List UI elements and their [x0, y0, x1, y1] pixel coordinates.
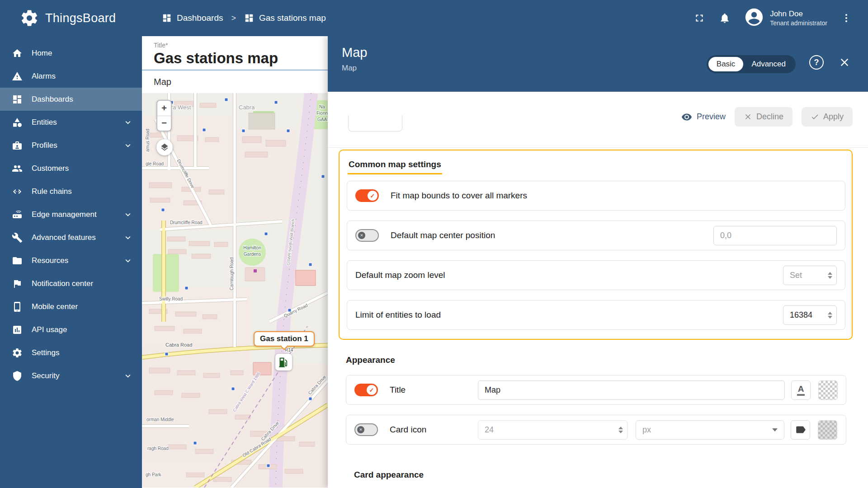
fullscreen-icon: [693, 12, 705, 24]
card-icon-picker-button[interactable]: [791, 420, 810, 440]
settings-panel-header: Map Map Basic Advanced ?: [328, 36, 868, 92]
gas-pump-icon: [278, 356, 290, 368]
sidebar-item-mobile-center[interactable]: Mobile center: [0, 295, 142, 318]
api-usage-icon: [12, 324, 23, 335]
icon-size-input[interactable]: [479, 425, 617, 435]
appearance-section: Appearance Title A Card icon: [346, 355, 846, 480]
tab-basic[interactable]: Basic: [708, 57, 744, 71]
card-icon-color-button[interactable]: [818, 420, 837, 440]
stepper-arrows[interactable]: [828, 272, 832, 279]
eye-icon: [681, 112, 692, 122]
fullscreen-button[interactable]: [693, 12, 706, 24]
format-color-bar: [797, 394, 805, 396]
icon-size-field: [478, 420, 627, 440]
mobile-icon: [12, 301, 23, 312]
app-logo[interactable]: ThingsBoard: [0, 9, 142, 28]
app-name: ThingsBoard: [45, 11, 116, 25]
apply-label: Apply: [823, 112, 844, 122]
sidebar-item-security[interactable]: Security: [0, 364, 142, 387]
widget-title-input[interactable]: [478, 380, 785, 400]
decline-label: Decline: [756, 112, 783, 122]
map-road-ref: R14: [285, 347, 293, 352]
sidebar-item-alarms[interactable]: Alarms: [0, 65, 142, 88]
sidebar-item-settings[interactable]: Settings: [0, 341, 142, 364]
sidebar-item-entities[interactable]: Entities: [0, 111, 142, 134]
sidebar-item-label: Profiles: [32, 141, 57, 150]
settings-toolbar: Preview Decline Apply: [328, 92, 868, 148]
title-color-button[interactable]: [818, 380, 838, 400]
resources-icon: [12, 255, 23, 266]
zoom-level-input[interactable]: [784, 271, 826, 280]
map-layers-button[interactable]: [156, 139, 173, 155]
clipped-control: [348, 115, 402, 131]
apply-button[interactable]: Apply: [802, 107, 853, 127]
chevron-down-icon: [123, 117, 133, 127]
close-panel-button[interactable]: [838, 56, 851, 69]
title-toggle[interactable]: [354, 384, 378, 396]
zoom-in-button[interactable]: +: [157, 101, 171, 116]
decline-button[interactable]: Decline: [735, 107, 793, 127]
help-button[interactable]: ?: [809, 55, 824, 70]
sidebar-item-label: Advanced features: [32, 233, 96, 242]
bell-icon: [719, 12, 731, 24]
sidebar-item-api-usage[interactable]: API usage: [0, 318, 142, 341]
sidebar-item-label: Entities: [32, 118, 57, 127]
preview-button[interactable]: Preview: [681, 112, 726, 122]
card-icon-toggle[interactable]: [354, 423, 378, 436]
widget-title: Map: [142, 70, 328, 93]
fit-bounds-toggle[interactable]: [355, 189, 379, 202]
sidebar-item-resources[interactable]: Resources: [0, 249, 142, 272]
customers-icon: [12, 163, 23, 174]
breadcrumb-current-page[interactable]: Gas stations map: [244, 13, 326, 23]
tab-advanced[interactable]: Advanced: [743, 57, 794, 71]
map-poi-label: GAA: [317, 117, 327, 122]
user-menu[interactable]: John Doe Tenant administrator: [744, 7, 827, 29]
user-role: Tenant administrator: [770, 19, 827, 27]
gas-station-marker[interactable]: [275, 354, 292, 371]
entities-icon: [12, 117, 23, 128]
breadcrumb-dashboards[interactable]: Dashboards: [162, 13, 223, 23]
map-park-label: Hamilton: [243, 245, 261, 250]
sidebar-item-rule-chains[interactable]: Rule chains: [0, 180, 142, 203]
sidebar-item-dashboards[interactable]: Dashboards: [0, 88, 142, 111]
sidebar-item-label: Mobile center: [32, 302, 78, 311]
sidebar-item-edge-management[interactable]: Edge management: [0, 203, 142, 226]
dashboard-title-input[interactable]: Gas stations map: [154, 50, 328, 70]
icon-size-unit-select[interactable]: px: [636, 420, 784, 440]
home-icon: [12, 48, 23, 59]
entity-limit-field: [783, 305, 837, 325]
main-sidebar: Home Alarms Dashboards Entities Profiles…: [0, 36, 142, 488]
map-center-input[interactable]: [713, 226, 837, 245]
sidebar-item-customers[interactable]: Customers: [0, 157, 142, 180]
more-menu-button[interactable]: [840, 12, 853, 24]
card-icon-label: Card icon: [390, 425, 478, 435]
setting-row-zoom-level: Default map zoom level: [347, 260, 845, 290]
breadcrumb: Dashboards > Gas stations map: [162, 13, 326, 23]
map-poi-label: Na: [319, 104, 325, 109]
close-icon: [838, 56, 851, 69]
dropdown-caret-icon: [772, 428, 778, 432]
title-font-button[interactable]: A: [791, 380, 811, 400]
zoom-out-button[interactable]: −: [157, 116, 171, 131]
sidebar-item-profiles[interactable]: Profiles: [0, 134, 142, 157]
sidebar-item-notification-center[interactable]: Notification center: [0, 272, 142, 295]
sidebar-item-advanced-features[interactable]: Advanced features: [0, 226, 142, 249]
stepper-arrows[interactable]: [828, 312, 832, 319]
fit-bounds-label: Fit map bounds to cover all markers: [391, 191, 837, 201]
map-park-label: Gardens: [244, 252, 261, 257]
map-center-toggle[interactable]: [355, 229, 379, 242]
card-appearance-heading: Card appearance: [354, 470, 846, 480]
account-icon: [744, 7, 764, 28]
map-road-label: gh Park: [146, 472, 161, 477]
setting-row-title: Title A: [346, 375, 846, 405]
sidebar-item-label: Notification center: [32, 279, 93, 288]
mode-toggle-group: Basic Advanced: [707, 55, 796, 73]
sidebar-item-home[interactable]: Home: [0, 42, 142, 65]
security-icon: [12, 371, 23, 381]
unit-label: px: [642, 425, 651, 435]
stepper-arrows[interactable]: [618, 427, 623, 433]
entity-limit-input[interactable]: [784, 310, 826, 320]
notifications-button[interactable]: [718, 12, 731, 24]
chevron-down-icon: [123, 371, 133, 381]
breadcrumb-label: Gas stations map: [259, 13, 326, 23]
